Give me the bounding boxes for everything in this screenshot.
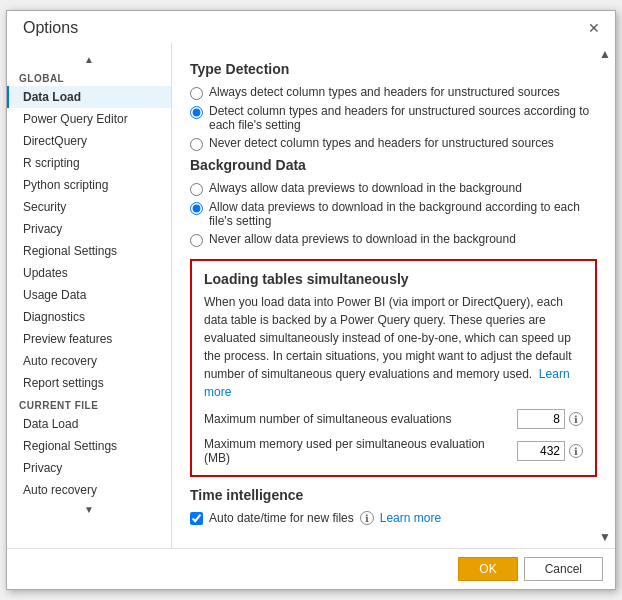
sidebar-item-updates[interactable]: Updates bbox=[7, 262, 171, 284]
max-evaluations-label: Maximum number of simultaneous evaluatio… bbox=[204, 412, 517, 426]
type-detection-heading: Type Detection bbox=[190, 61, 597, 77]
ok-button[interactable]: OK bbox=[458, 557, 517, 581]
background-data-label-3: Never allow data previews to download in… bbox=[209, 232, 516, 246]
time-intelligence-learn-more[interactable]: Learn more bbox=[380, 511, 441, 525]
sidebar: ▲ GLOBAL Data Load Power Query Editor Di… bbox=[7, 43, 172, 548]
background-data-radio-1[interactable] bbox=[190, 183, 203, 196]
cancel-button[interactable]: Cancel bbox=[524, 557, 603, 581]
type-detection-label-3: Never detect column types and headers fo… bbox=[209, 136, 554, 150]
sidebar-item-directquery[interactable]: DirectQuery bbox=[7, 130, 171, 152]
max-memory-value-group: ℹ bbox=[517, 441, 583, 461]
type-detection-label-1: Always detect column types and headers f… bbox=[209, 85, 560, 99]
sidebar-item-cf-data-load[interactable]: Data Load bbox=[7, 413, 171, 435]
sidebar-item-python-scripting[interactable]: Python scripting bbox=[7, 174, 171, 196]
sidebar-item-cf-regional-settings[interactable]: Regional Settings bbox=[7, 435, 171, 457]
sidebar-item-privacy[interactable]: Privacy bbox=[7, 218, 171, 240]
background-data-label-1: Always allow data previews to download i… bbox=[209, 181, 522, 195]
content-scroll-up[interactable]: ▲ bbox=[599, 47, 611, 61]
max-memory-input[interactable] bbox=[517, 441, 565, 461]
background-data-label-2: Allow data previews to download in the b… bbox=[209, 200, 597, 228]
type-detection-label-2: Detect column types and headers for unst… bbox=[209, 104, 597, 132]
loading-tables-description: When you load data into Power BI (via im… bbox=[204, 293, 583, 401]
sidebar-item-usage-data[interactable]: Usage Data bbox=[7, 284, 171, 306]
sidebar-item-regional-settings[interactable]: Regional Settings bbox=[7, 240, 171, 262]
title-bar: Options ✕ bbox=[7, 11, 615, 43]
time-intelligence-heading: Time intelligence bbox=[190, 487, 597, 503]
max-evaluations-input[interactable] bbox=[517, 409, 565, 429]
type-detection-option-2[interactable]: Detect column types and headers for unst… bbox=[190, 104, 597, 132]
main-content: ▲ Type Detection Always detect column ty… bbox=[172, 43, 615, 548]
max-evaluations-row: Maximum number of simultaneous evaluatio… bbox=[204, 409, 583, 429]
sidebar-item-preview-features[interactable]: Preview features bbox=[7, 328, 171, 350]
sidebar-item-diagnostics[interactable]: Diagnostics bbox=[7, 306, 171, 328]
background-data-option-3[interactable]: Never allow data previews to download in… bbox=[190, 232, 597, 247]
type-detection-radio-1[interactable] bbox=[190, 87, 203, 100]
sidebar-item-report-settings[interactable]: Report settings bbox=[7, 372, 171, 394]
dialog-footer: OK Cancel bbox=[7, 548, 615, 589]
max-memory-row: Maximum memory used per simultaneous eva… bbox=[204, 437, 583, 465]
background-data-heading: Background Data bbox=[190, 157, 597, 173]
background-data-radio-2[interactable] bbox=[190, 202, 203, 215]
max-evaluations-info-icon[interactable]: ℹ bbox=[569, 412, 583, 426]
auto-datetime-row: Auto date/time for new files ℹ Learn mor… bbox=[190, 511, 597, 525]
sidebar-item-power-query-editor[interactable]: Power Query Editor bbox=[7, 108, 171, 130]
global-section-label: GLOBAL bbox=[7, 67, 171, 86]
content-scroll-down[interactable]: ▼ bbox=[599, 530, 611, 544]
sidebar-item-cf-privacy[interactable]: Privacy bbox=[7, 457, 171, 479]
auto-datetime-checkbox[interactable] bbox=[190, 512, 203, 525]
options-dialog: Options ✕ ▲ GLOBAL Data Load Power Query… bbox=[6, 10, 616, 590]
max-memory-info-icon[interactable]: ℹ bbox=[569, 444, 583, 458]
sidebar-item-cf-auto-recovery[interactable]: Auto recovery bbox=[7, 479, 171, 501]
loading-tables-heading: Loading tables simultaneously bbox=[204, 271, 583, 287]
background-data-option-1[interactable]: Always allow data previews to download i… bbox=[190, 181, 597, 196]
max-memory-label: Maximum memory used per simultaneous eva… bbox=[204, 437, 517, 465]
current-file-section-label: CURRENT FILE bbox=[7, 394, 171, 413]
loading-tables-box: Loading tables simultaneously When you l… bbox=[190, 259, 597, 477]
close-button[interactable]: ✕ bbox=[585, 19, 603, 37]
background-data-options: Always allow data previews to download i… bbox=[190, 181, 597, 247]
sidebar-item-auto-recovery[interactable]: Auto recovery bbox=[7, 350, 171, 372]
dialog-title: Options bbox=[23, 19, 78, 37]
sidebar-item-r-scripting[interactable]: R scripting bbox=[7, 152, 171, 174]
type-detection-radio-3[interactable] bbox=[190, 138, 203, 151]
sidebar-item-security[interactable]: Security bbox=[7, 196, 171, 218]
auto-datetime-label: Auto date/time for new files bbox=[209, 511, 354, 525]
type-detection-option-1[interactable]: Always detect column types and headers f… bbox=[190, 85, 597, 100]
dialog-body: ▲ GLOBAL Data Load Power Query Editor Di… bbox=[7, 43, 615, 548]
time-intelligence-section: Time intelligence Auto date/time for new… bbox=[190, 487, 597, 525]
background-data-radio-3[interactable] bbox=[190, 234, 203, 247]
type-detection-radio-2[interactable] bbox=[190, 106, 203, 119]
max-evaluations-value-group: ℹ bbox=[517, 409, 583, 429]
sidebar-item-data-load[interactable]: Data Load bbox=[7, 86, 171, 108]
sidebar-scroll-up[interactable]: ▲ bbox=[7, 51, 171, 67]
sidebar-scroll-down[interactable]: ▼ bbox=[7, 501, 171, 517]
type-detection-options: Always detect column types and headers f… bbox=[190, 85, 597, 151]
type-detection-option-3[interactable]: Never detect column types and headers fo… bbox=[190, 136, 597, 151]
background-data-option-2[interactable]: Allow data previews to download in the b… bbox=[190, 200, 597, 228]
auto-datetime-info-icon[interactable]: ℹ bbox=[360, 511, 374, 525]
